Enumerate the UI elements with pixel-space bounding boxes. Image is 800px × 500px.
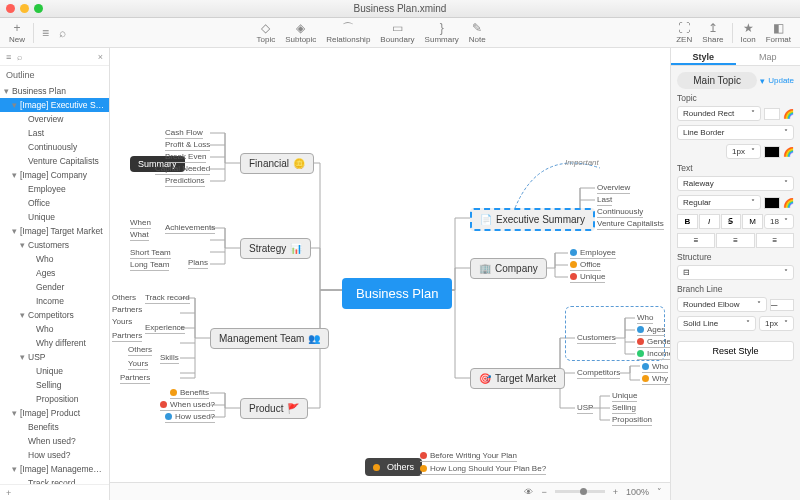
branch-shape[interactable]: Rounded Elbow˅ xyxy=(677,297,767,312)
sub[interactable]: Who xyxy=(637,313,653,324)
outline-item[interactable]: ▾Competitors xyxy=(0,308,109,322)
border-select[interactable]: Line Border˅ xyxy=(677,125,794,140)
icon-button[interactable]: ★Icon xyxy=(736,20,761,45)
sub[interactable]: Before Writing Your Plan xyxy=(420,451,517,462)
structure-select[interactable]: ⊟˅ xyxy=(677,265,794,280)
note-button[interactable]: ✎Note xyxy=(464,20,491,45)
sub[interactable]: Profit & Loss xyxy=(165,140,210,151)
new-button[interactable]: +New xyxy=(4,20,30,45)
align-left[interactable]: ≡ xyxy=(677,233,715,248)
outline-item[interactable]: ▾[Image] Executive Summary xyxy=(0,98,109,112)
central-topic[interactable]: Business Plan xyxy=(342,278,452,309)
strike-button[interactable]: S̶ xyxy=(721,214,742,229)
fill-swatch[interactable] xyxy=(764,108,780,120)
zoom-slider[interactable] xyxy=(555,490,605,493)
summary-button[interactable]: }Summary xyxy=(420,20,464,45)
sub[interactable]: Employee xyxy=(570,248,616,259)
sub[interactable]: Who xyxy=(642,362,668,373)
mgmt-node[interactable]: Management Team👥 xyxy=(210,328,329,349)
sub[interactable]: Gender xyxy=(637,337,670,348)
sub[interactable]: USP xyxy=(577,403,593,414)
outline-item[interactable]: When used? xyxy=(0,434,109,448)
color-icon[interactable]: 🌈 xyxy=(783,109,794,119)
sub[interactable]: Income xyxy=(637,349,670,360)
sub[interactable]: Why diff xyxy=(642,374,670,385)
outline-item[interactable]: Selling xyxy=(0,378,109,392)
outline-item[interactable]: Last xyxy=(0,126,109,140)
sub[interactable]: Plans xyxy=(188,258,208,269)
outline-item[interactable]: Employee xyxy=(0,182,109,196)
case-button[interactable]: M xyxy=(742,214,763,229)
sub[interactable]: Partners xyxy=(112,305,142,314)
sub[interactable]: Proposition xyxy=(612,415,652,426)
list-icon[interactable]: ≡ xyxy=(6,52,11,62)
sub[interactable]: Others xyxy=(128,345,152,356)
zoom-in[interactable]: + xyxy=(613,487,618,497)
tab-style[interactable]: Style xyxy=(671,48,736,65)
relationship-button[interactable]: ⌒Relationship xyxy=(321,20,375,45)
sub[interactable]: Yours xyxy=(112,317,132,326)
outline-item[interactable]: Track record xyxy=(0,476,109,484)
branch-width[interactable]: 1px˅ xyxy=(759,316,794,331)
company-node[interactable]: 🏢Company xyxy=(470,258,547,279)
sub[interactable]: Experience xyxy=(145,323,185,334)
outline-item[interactable]: Overview xyxy=(0,112,109,126)
sub[interactable]: How used? xyxy=(165,412,215,423)
strategy-node[interactable]: Strategy📊 xyxy=(240,238,311,259)
outline-item[interactable]: ▾[Image] Product xyxy=(0,406,109,420)
sub[interactable]: Venture Capitalists xyxy=(597,219,664,230)
mindmap-canvas[interactable]: Business Plan Summary Financial🪙 Cash Fl… xyxy=(110,48,670,500)
font-select[interactable]: Raleway˅ xyxy=(677,176,794,191)
tab-map[interactable]: Map xyxy=(736,48,801,65)
border-swatch[interactable] xyxy=(764,146,780,158)
outline-item[interactable]: Ages xyxy=(0,266,109,280)
border-width[interactable]: 1px˅ xyxy=(726,144,761,159)
sub[interactable]: Overview xyxy=(597,183,630,194)
chevron-down-icon[interactable]: ▾ xyxy=(760,76,765,86)
topic-button[interactable]: ◇Topic xyxy=(251,20,280,45)
eye-icon[interactable]: 👁 xyxy=(524,487,533,497)
close-icon[interactable]: × xyxy=(98,52,103,62)
sub[interactable]: When used? xyxy=(160,400,215,411)
search-button[interactable]: ⌕ xyxy=(54,25,71,41)
boundary-button[interactable]: ▭Boundary xyxy=(375,20,419,45)
outline-item[interactable]: ▾[Image] Company xyxy=(0,168,109,182)
plus-icon[interactable]: + xyxy=(6,488,11,498)
sub[interactable]: When xyxy=(130,218,151,229)
color-icon[interactable]: 🌈 xyxy=(783,147,794,157)
shape-select[interactable]: Rounded Rect˅ xyxy=(677,106,761,121)
outline-item[interactable]: Unique xyxy=(0,210,109,224)
outline-item[interactable]: ▾[Image] Target Market xyxy=(0,224,109,238)
sub[interactable]: Others xyxy=(112,293,136,302)
sub[interactable]: Office xyxy=(570,260,601,271)
sub[interactable]: Cash Flow xyxy=(165,128,203,139)
sub[interactable]: Break Even xyxy=(165,152,206,163)
outline-toggle[interactable]: ≡ xyxy=(37,25,54,41)
outline-item[interactable]: Unique xyxy=(0,364,109,378)
sub[interactable]: Ages xyxy=(637,325,665,336)
zoom-out[interactable]: − xyxy=(541,487,546,497)
weight-select[interactable]: Regular˅ xyxy=(677,195,761,210)
format-button[interactable]: ◧Format xyxy=(761,20,796,45)
outline-item[interactable]: Why different xyxy=(0,336,109,350)
sub[interactable]: How Long Should Your Plan Be? xyxy=(420,464,546,475)
text-swatch[interactable] xyxy=(764,197,780,209)
topic-type-chip[interactable]: Main Topic xyxy=(677,72,757,89)
outline-tree[interactable]: ▾Business Plan▾[Image] Executive Summary… xyxy=(0,84,109,484)
sub[interactable]: Last xyxy=(597,195,612,206)
sub[interactable]: Achievements xyxy=(165,223,215,234)
outline-item[interactable]: Gender xyxy=(0,280,109,294)
outline-item[interactable]: ▾Customers xyxy=(0,238,109,252)
sub[interactable]: What xyxy=(130,230,149,241)
sub[interactable]: Yours xyxy=(128,359,148,370)
sub[interactable]: Unique xyxy=(612,391,637,402)
zen-button[interactable]: ⛶ZEN xyxy=(671,20,697,45)
search-icon[interactable]: ⌕ xyxy=(17,52,22,62)
outline-item[interactable]: ▾[Image] Management Team xyxy=(0,462,109,476)
outline-item[interactable]: ▾Business Plan xyxy=(0,84,109,98)
outline-item[interactable]: Continuously xyxy=(0,140,109,154)
outline-item[interactable]: Venture Capitalists xyxy=(0,154,109,168)
outline-item[interactable]: Office xyxy=(0,196,109,210)
sub[interactable]: Long Team xyxy=(130,260,169,271)
align-right[interactable]: ≡ xyxy=(756,233,794,248)
